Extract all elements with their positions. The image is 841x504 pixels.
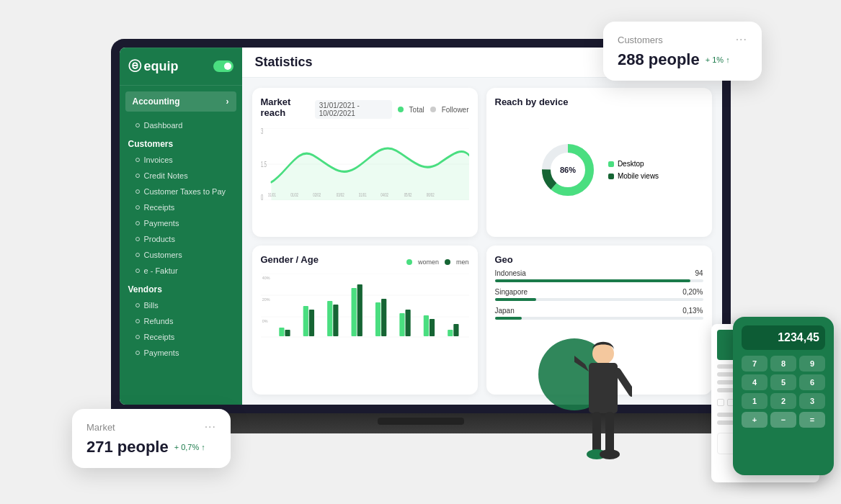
bar-chart-wrapper: 40% 20% 0% bbox=[261, 274, 469, 353]
svg-rect-29 bbox=[327, 301, 332, 336]
men-label: men bbox=[456, 258, 469, 266]
men-dot bbox=[445, 259, 450, 265]
sidebar-item-customers[interactable]: Customers bbox=[120, 247, 242, 263]
sidebar-dot bbox=[135, 303, 140, 307]
sidebar-item-label: Receipts bbox=[144, 333, 175, 341]
sidebar-item-credit-notes[interactable]: Credit Notes bbox=[120, 168, 242, 184]
sidebar-dot bbox=[135, 253, 140, 257]
sidebar-dot bbox=[135, 174, 140, 178]
market-card-change: + 0,7% ↑ bbox=[174, 443, 205, 451]
market-card-menu[interactable]: ··· bbox=[205, 420, 216, 433]
svg-rect-37 bbox=[423, 315, 428, 336]
svg-text:02/02: 02/02 bbox=[313, 192, 321, 198]
sidebar-dot bbox=[135, 269, 140, 273]
calc-btn-9: 9 bbox=[799, 356, 825, 372]
svg-text:1.5: 1.5 bbox=[261, 161, 267, 168]
geo-country: Japan bbox=[495, 307, 515, 315]
market-reach-chart: 3 1.5 0 31/01 01/02 bbox=[261, 128, 469, 200]
calc-btn-8: 8 bbox=[770, 356, 796, 372]
sidebar-item-receipts-v[interactable]: Receipts bbox=[120, 329, 242, 345]
chart-controls: 31/01/2021 - 10/02/2021 Total Follower bbox=[315, 100, 469, 119]
bar-chart-svg: 40% 20% 0% bbox=[261, 274, 469, 338]
svg-text:06/02: 06/02 bbox=[426, 192, 434, 198]
geo-value: 0,20% bbox=[682, 288, 703, 296]
svg-text:86%: 86% bbox=[560, 166, 576, 174]
sidebar-item-payments-v[interactable]: Payments bbox=[120, 345, 242, 361]
geo-value: 0,13% bbox=[682, 307, 703, 315]
sidebar-dot bbox=[135, 123, 140, 127]
line-chart-svg: 3 1.5 0 31/01 01/02 bbox=[261, 128, 469, 200]
sidebar-item-customer-taxes[interactable]: Customer Taxes to Pay bbox=[120, 184, 242, 199]
calc-btn-2: 2 bbox=[770, 393, 796, 409]
sidebar-dot bbox=[135, 158, 140, 162]
calc-btn-6: 6 bbox=[799, 374, 825, 390]
calc-display: 1234,45 bbox=[742, 325, 825, 350]
sidebar-item-label: Bills bbox=[144, 301, 159, 310]
sidebar-group-customers: Customers bbox=[120, 133, 242, 152]
svg-text:40%: 40% bbox=[262, 276, 270, 280]
sidebar-item-label: Invoices bbox=[144, 156, 173, 164]
geo-label-row: Indonesia 94 bbox=[495, 269, 703, 277]
customers-card-header: Customers ··· bbox=[618, 33, 747, 46]
geo-bar-fill bbox=[495, 317, 522, 320]
sidebar-item-bills[interactable]: Bills bbox=[120, 297, 242, 313]
customers-change-text: + 1% bbox=[706, 55, 724, 64]
gender-chart-header: Gender / Age women men bbox=[261, 254, 469, 269]
svg-rect-25 bbox=[279, 328, 284, 336]
sidebar-item-products[interactable]: Products bbox=[120, 231, 242, 247]
geo-item-japan: Japan 0,13% bbox=[495, 307, 703, 320]
content-area: Market reach 31/01/2021 - 10/02/2021 Tot… bbox=[242, 78, 722, 405]
mobile-legend-label: Mobile views bbox=[618, 172, 659, 180]
svg-rect-52 bbox=[605, 412, 614, 455]
svg-rect-28 bbox=[308, 310, 313, 336]
svg-rect-33 bbox=[375, 302, 380, 336]
sidebar-accounting-item[interactable]: Accounting › bbox=[125, 91, 236, 112]
calc-btn-equals: = bbox=[799, 412, 825, 428]
sidebar-item-efaktur[interactable]: e - Faktur bbox=[120, 263, 242, 279]
sidebar-item-receipts-c[interactable]: Receipts bbox=[120, 199, 242, 215]
geo-label-row: Japan 0,13% bbox=[495, 307, 703, 315]
sidebar-item-label: Refunds bbox=[144, 317, 174, 325]
sidebar-section-accounting: Accounting › bbox=[120, 86, 242, 117]
calc-buttons: 7 8 9 4 5 6 1 2 3 + − = bbox=[742, 356, 825, 428]
desktop-legend-label: Desktop bbox=[618, 160, 644, 168]
sidebar-item-label: Payments bbox=[144, 219, 179, 228]
market-card-header: Market ··· bbox=[86, 420, 216, 433]
sidebar-item-label: Customers bbox=[144, 251, 182, 259]
women-dot bbox=[406, 259, 412, 265]
svg-rect-35 bbox=[399, 313, 404, 336]
market-reach-title: Market reach bbox=[261, 96, 315, 118]
calc-btn-minus: − bbox=[770, 412, 796, 428]
total-legend-label: Total bbox=[409, 106, 424, 114]
svg-text:03/02: 03/02 bbox=[336, 192, 344, 198]
geo-bar-bg bbox=[495, 298, 703, 301]
svg-point-49 bbox=[592, 343, 614, 364]
customers-card-title: Customers bbox=[618, 35, 663, 45]
sidebar-item-label: Dashboard bbox=[144, 121, 183, 130]
sidebar-item-payments-c[interactable]: Payments bbox=[120, 215, 242, 231]
calc-body: 1234,45 7 8 9 4 5 6 1 2 3 + − = bbox=[733, 317, 834, 475]
sidebar-accounting-label: Accounting bbox=[133, 96, 180, 107]
svg-text:31/01: 31/01 bbox=[268, 192, 276, 198]
sidebar-logo: ⓔ equip bbox=[120, 48, 242, 86]
svg-point-54 bbox=[600, 449, 620, 459]
reach-by-device-card: Reach by device 86% bbox=[486, 88, 712, 237]
sidebar-item-dashboard[interactable]: Dashboard bbox=[120, 117, 242, 133]
date-range[interactable]: 31/01/2021 - 10/02/2021 bbox=[315, 100, 392, 119]
market-change-arrow: ↑ bbox=[201, 443, 205, 451]
geo-label-row: Singapore 0,20% bbox=[495, 288, 703, 296]
person-svg bbox=[574, 336, 632, 480]
sidebar-item-label: Receipts bbox=[144, 203, 175, 212]
sidebar-item-refunds[interactable]: Refunds bbox=[120, 313, 242, 329]
sidebar-item-invoices[interactable]: Invoices bbox=[120, 152, 242, 168]
customers-card-menu[interactable]: ··· bbox=[736, 33, 747, 46]
svg-text:31/01: 31/01 bbox=[358, 192, 366, 198]
follower-legend-dot bbox=[430, 107, 436, 112]
sidebar-toggle[interactable] bbox=[213, 60, 233, 72]
donut-container: 86% Desktop Mobile views bbox=[495, 112, 703, 228]
customers-card-change: + 1% ↑ bbox=[706, 55, 730, 64]
svg-rect-27 bbox=[303, 306, 308, 336]
svg-rect-31 bbox=[351, 288, 356, 336]
chart-legend: Total Follower bbox=[398, 106, 469, 114]
geo-item-singapore: Singapore 0,20% bbox=[495, 288, 703, 301]
